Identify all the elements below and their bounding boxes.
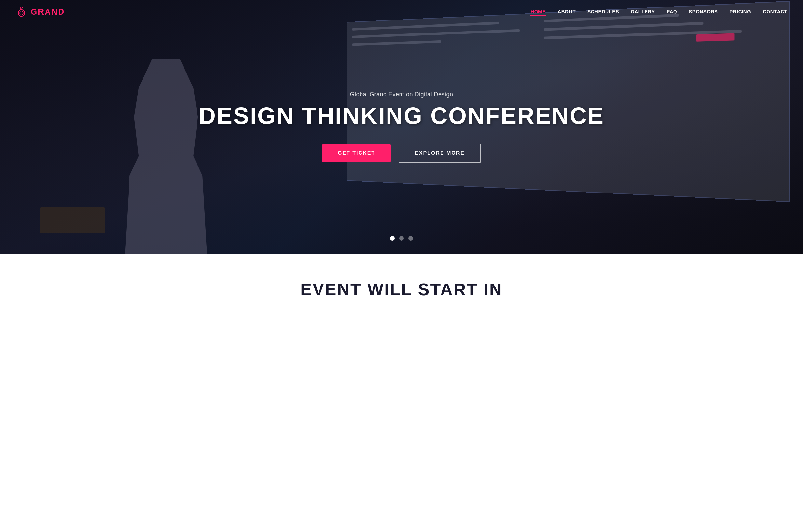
hero-content: Global Grand Event on Digital Design DES… bbox=[192, 91, 611, 163]
svg-line-3 bbox=[21, 7, 23, 10]
explore-more-button[interactable]: EXPLORE MORE bbox=[398, 144, 481, 163]
hero-subtitle: Global Grand Event on Digital Design bbox=[199, 91, 604, 98]
nav-link-home[interactable]: HOME bbox=[530, 9, 546, 16]
nav-link-faq[interactable]: FAQ bbox=[667, 9, 677, 14]
nav-item-schedules[interactable]: SCHEDULES bbox=[587, 9, 619, 15]
nav-link-pricing[interactable]: PRICING bbox=[729, 9, 751, 14]
countdown-section: EVENT WILL START IN bbox=[0, 254, 803, 319]
nav-links: HOME ABOUT SCHEDULES GALLERY FAQ SPONSOR… bbox=[530, 9, 787, 15]
nav-link-contact[interactable]: CONTACT bbox=[763, 9, 787, 14]
nav-item-pricing[interactable]: PRICING bbox=[729, 9, 751, 15]
nav-item-home[interactable]: HOME bbox=[530, 9, 546, 15]
svg-line-2 bbox=[20, 7, 21, 10]
nav-item-about[interactable]: ABOUT bbox=[557, 9, 576, 15]
slide-dot-1[interactable] bbox=[390, 236, 395, 241]
nav-item-gallery[interactable]: GALLERY bbox=[631, 9, 655, 15]
nav-link-gallery[interactable]: GALLERY bbox=[631, 9, 655, 14]
nav-item-sponsors[interactable]: SPONSORS bbox=[689, 9, 718, 15]
hero-title: DESIGN THINKING CONFERENCE bbox=[199, 104, 604, 129]
navbar: GRAND HOME ABOUT SCHEDULES GALLERY FAQ S… bbox=[0, 0, 803, 23]
hero-section: Global Grand Event on Digital Design DES… bbox=[0, 0, 803, 254]
nav-link-about[interactable]: ABOUT bbox=[557, 9, 576, 14]
logo-area[interactable]: GRAND bbox=[16, 6, 65, 18]
countdown-title: EVENT WILL START IN bbox=[0, 280, 803, 299]
svg-point-1 bbox=[20, 11, 23, 15]
hero-buttons: GET TICKET EXPLORE MORE bbox=[199, 144, 604, 163]
desk-area bbox=[40, 207, 105, 233]
get-ticket-button[interactable]: GET TICKET bbox=[322, 145, 391, 162]
slide-indicators bbox=[390, 236, 413, 241]
slide-dot-2[interactable] bbox=[399, 236, 404, 241]
nav-item-faq[interactable]: FAQ bbox=[667, 9, 677, 15]
projection-highlight bbox=[696, 34, 734, 42]
nav-link-schedules[interactable]: SCHEDULES bbox=[587, 9, 619, 14]
medal-icon bbox=[16, 6, 27, 18]
nav-link-sponsors[interactable]: SPONSORS bbox=[689, 9, 718, 14]
svg-point-0 bbox=[18, 10, 25, 16]
brand-name: GRAND bbox=[31, 7, 65, 17]
nav-item-contact[interactable]: CONTACT bbox=[763, 9, 787, 15]
slide-dot-3[interactable] bbox=[408, 236, 413, 241]
